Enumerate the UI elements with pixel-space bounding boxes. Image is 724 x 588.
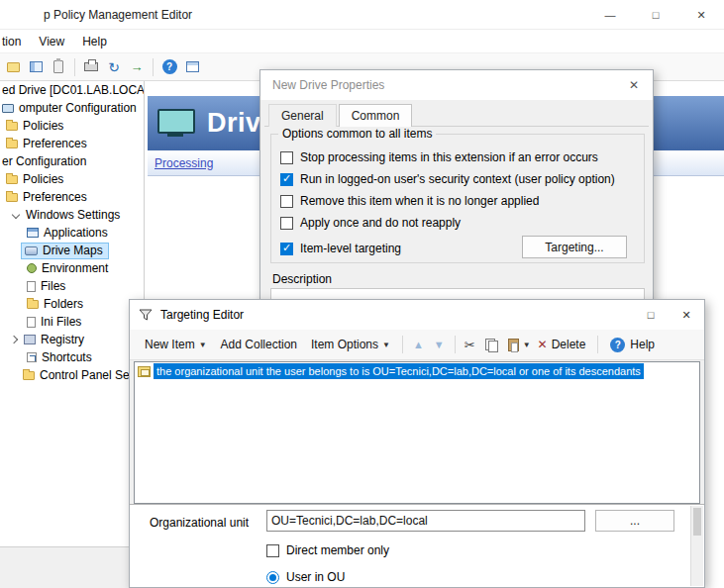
user-in-ou-radio[interactable] — [266, 571, 279, 584]
delete-button[interactable]: ✕Delete — [531, 334, 593, 355]
refresh-icon[interactable]: ↻ — [104, 57, 124, 77]
targeting-items-list[interactable]: the organizational unit the user belongs… — [134, 361, 700, 504]
console-icon[interactable] — [3, 57, 23, 77]
item-options-button[interactable]: Item Options▼ — [304, 334, 397, 355]
new-item-label: New Item — [145, 338, 195, 351]
tree-item-computer-configuration[interactable]: omputer Configuration — [0, 99, 144, 117]
tree-view-icon[interactable] — [26, 57, 46, 77]
menu-help[interactable]: Help — [73, 35, 116, 49]
tree-item-user-configuration[interactable]: er Configuration — [0, 152, 144, 170]
tree-item-ini-files[interactable]: Ini Files — [0, 313, 144, 331]
tree-item-preferences-computer[interactable]: Preferences — [0, 135, 144, 152]
tree-item-label: Policies — [23, 119, 63, 133]
folder-icon — [6, 175, 18, 184]
new-item-button[interactable]: New Item▼ — [138, 334, 214, 355]
browse-button[interactable]: ... — [595, 510, 674, 532]
checkbox-item-level-targeting[interactable] — [280, 243, 293, 255]
tree-item-label: Ini Files — [41, 315, 81, 329]
drive-icon — [25, 246, 38, 255]
organizational-unit-input[interactable] — [266, 510, 585, 532]
tree-item-label: Policies — [23, 172, 63, 186]
tree-item-preferences-user[interactable]: Preferences — [0, 188, 144, 206]
add-collection-button[interactable]: Add Collection — [214, 334, 304, 355]
delete-x-icon: ✕ — [538, 338, 548, 351]
drive-dialog-titlebar: New Drive Properties ✕ — [260, 70, 653, 100]
table-icon[interactable] — [182, 57, 202, 77]
printer-icon[interactable] — [81, 57, 101, 77]
tree-item-shortcuts[interactable]: Shortcuts — [0, 348, 144, 366]
targeting-maximize-button[interactable]: □ — [633, 300, 669, 330]
tree-item-control-panel-settings[interactable]: Control Panel Sett — [0, 366, 144, 384]
tree-item-label: Shortcuts — [42, 350, 92, 364]
targeting-dialog-titlebar: Targeting Editor □ ✕ — [130, 300, 704, 330]
help-icon: ? — [610, 338, 625, 352]
toolbar-separator — [74, 58, 75, 76]
table-glyph — [186, 61, 199, 72]
tree-item-files[interactable]: Files — [0, 277, 144, 295]
title-bar: p Policy Management Editor — □ ✕ — [0, 0, 724, 30]
tab-common[interactable]: Common — [339, 104, 413, 127]
checkbox-run-user-context[interactable] — [280, 173, 293, 186]
menu-view[interactable]: View — [30, 35, 73, 49]
option-row: Remove this item when it is no longer ap… — [280, 193, 539, 209]
paste-dropdown-arrow-icon[interactable]: ▼ — [523, 341, 531, 349]
copy-icon[interactable] — [485, 339, 497, 351]
tree-item-label: Registry — [41, 333, 84, 346]
menu-action[interactable]: tion — [0, 35, 30, 49]
option-row: Item-level targeting — [280, 241, 401, 256]
scrollbar-thumb[interactable] — [693, 508, 701, 536]
checkbox-label: Run in logged-on user's security context… — [300, 172, 615, 186]
tree-item-label: Folders — [44, 297, 83, 311]
tree-item-label: ed Drive [DC01.LAB.LOCA — [2, 83, 144, 97]
minimize-button[interactable]: — — [587, 0, 633, 30]
checkbox-apply-once[interactable] — [280, 217, 293, 230]
tree-item-registry[interactable]: Registry — [0, 331, 144, 348]
item-options-label: Item Options — [311, 338, 378, 351]
tree-item-policies-computer[interactable]: Policies — [0, 117, 144, 135]
panel-scrollbar[interactable] — [690, 506, 703, 586]
refresh-glyph: ↻ — [108, 60, 120, 74]
checkbox-remove-when-not-applied[interactable] — [280, 195, 293, 208]
targeting-item-selected[interactable]: the organizational unit the user belongs… — [135, 362, 699, 380]
tree-item-drive-maps[interactable]: Drive Maps — [0, 242, 144, 259]
targeting-button[interactable]: Targeting... — [522, 236, 627, 258]
tree-item-windows-settings[interactable]: Windows Settings — [0, 206, 144, 224]
clipboard-icon[interactable] — [49, 57, 68, 77]
tab-general[interactable]: General — [268, 104, 337, 127]
chevron-down-icon[interactable] — [12, 211, 20, 219]
maximize-button[interactable]: □ — [633, 0, 678, 30]
move-down-icon[interactable]: ▼ — [429, 339, 450, 350]
drive-dialog-close-button[interactable]: ✕ — [623, 75, 645, 95]
close-button[interactable]: ✕ — [678, 0, 724, 30]
tree-view-glyph — [30, 61, 43, 72]
help-button[interactable]: ?Help — [603, 334, 662, 356]
paste-icon[interactable] — [508, 339, 519, 351]
tree-item-gpo-root[interactable]: ed Drive [DC01.LAB.LOCA — [0, 81, 144, 99]
move-up-icon[interactable]: ▲ — [408, 339, 429, 350]
item-properties-panel: Organizational unit ... Direct member on… — [130, 504, 704, 587]
tree-item-policies-user[interactable]: Policies — [0, 170, 144, 188]
processing-link[interactable]: Processing — [155, 156, 213, 170]
add-collection-label: Add Collection — [221, 338, 297, 351]
tree-item-label: er Configuration — [2, 154, 86, 168]
export-icon[interactable]: → — [127, 57, 147, 77]
folder-icon — [6, 122, 18, 131]
chevron-right-icon[interactable] — [10, 336, 18, 343]
targeting-close-button[interactable]: ✕ — [669, 300, 704, 330]
help-label: Help — [630, 338, 655, 351]
cut-icon[interactable]: ✂ — [461, 338, 479, 352]
checkbox-label: Item-level targeting — [300, 242, 401, 255]
targeting-toolbar: New Item▼ Add Collection Item Options▼ ▲… — [130, 330, 704, 360]
file-icon — [27, 281, 36, 292]
help-glyph: ? — [162, 59, 177, 74]
help-icon[interactable]: ? — [159, 57, 179, 77]
checkbox-stop-processing[interactable] — [280, 151, 293, 164]
tree-item-applications[interactable]: Applications — [0, 224, 144, 242]
toolbar-separator — [455, 336, 456, 353]
tree-item-environment[interactable]: Environment — [0, 259, 144, 277]
direct-member-checkbox[interactable] — [266, 544, 279, 557]
tree-item-folders[interactable]: Folders — [0, 295, 144, 313]
tree-item-label: Environment — [42, 261, 108, 275]
organizational-unit-item-icon — [138, 366, 151, 377]
computer-icon — [2, 104, 14, 113]
